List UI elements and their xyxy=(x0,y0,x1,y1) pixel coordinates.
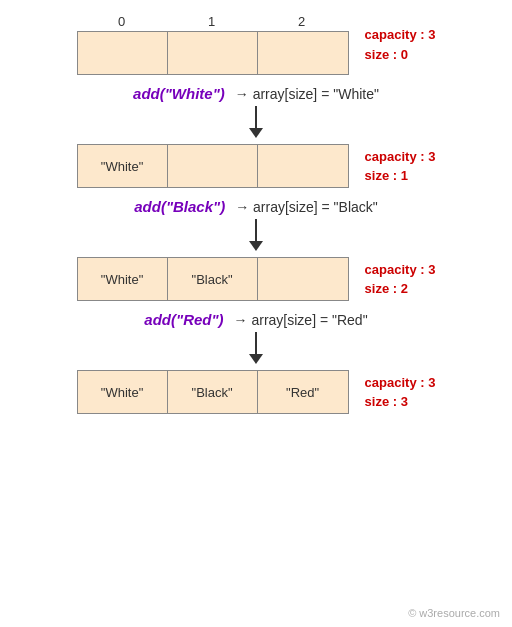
main-container: 0 1 2 capacity : 3 size : 0 add("White")… xyxy=(0,0,512,627)
cell-3-0: "White" xyxy=(78,371,168,413)
index-0-0: 0 xyxy=(77,14,167,29)
array-wrapper-2: "White" "Black" xyxy=(77,257,349,301)
info-block-3: capacity : 3 size : 3 xyxy=(365,373,436,412)
capacity-3: capacity : 3 xyxy=(365,373,436,393)
array-section-3: "White" "Black" "Red" capacity : 3 size … xyxy=(0,370,512,414)
op-label-2: add("Black") xyxy=(134,198,225,215)
arrow-down-1 xyxy=(0,106,512,138)
array-section-0: 0 1 2 capacity : 3 size : 0 xyxy=(0,14,512,75)
size-2: size : 2 xyxy=(365,279,436,299)
operation-section-2: add("Black") → array[size] = "Black" xyxy=(0,198,512,215)
op-result-3: → array[size] = "Red" xyxy=(234,312,368,328)
array-section-1: "White" capacity : 3 size : 1 xyxy=(0,144,512,188)
op-label-1: add("White") xyxy=(133,85,225,102)
cell-2-0: "White" xyxy=(78,258,168,300)
array-cells-2: "White" "Black" xyxy=(77,257,349,301)
array-wrapper-0: 0 1 2 xyxy=(77,14,349,75)
arrow-icon-3 xyxy=(249,332,263,364)
index-0-2: 2 xyxy=(257,14,347,29)
info-block-0: capacity : 3 size : 0 xyxy=(365,25,436,64)
cell-0-0 xyxy=(78,32,168,74)
array-wrapper-1: "White" xyxy=(77,144,349,188)
array-indices-0: 0 1 2 xyxy=(77,14,347,29)
cell-1-0: "White" xyxy=(78,145,168,187)
array-cells-0 xyxy=(77,31,349,75)
size-3: size : 3 xyxy=(365,392,436,412)
watermark: © w3resource.com xyxy=(408,607,500,619)
operation-section-1: add("White") → array[size] = "White" xyxy=(0,85,512,102)
array-cells-1: "White" xyxy=(77,144,349,188)
info-block-1: capacity : 3 size : 1 xyxy=(365,147,436,186)
cell-1-1 xyxy=(168,145,258,187)
arrow-down-2 xyxy=(0,219,512,251)
cell-3-1: "Black" xyxy=(168,371,258,413)
arrow-icon-2 xyxy=(249,219,263,251)
size-1: size : 1 xyxy=(365,166,436,186)
arrow-down-3 xyxy=(0,332,512,364)
array-section-2: "White" "Black" capacity : 3 size : 2 xyxy=(0,257,512,301)
cell-1-2 xyxy=(258,145,348,187)
capacity-1: capacity : 3 xyxy=(365,147,436,167)
op-result-2: → array[size] = "Black" xyxy=(235,199,378,215)
array-cells-3: "White" "Black" "Red" xyxy=(77,370,349,414)
cell-0-2 xyxy=(258,32,348,74)
info-block-2: capacity : 3 size : 2 xyxy=(365,260,436,299)
cell-2-1: "Black" xyxy=(168,258,258,300)
array-wrapper-3: "White" "Black" "Red" xyxy=(77,370,349,414)
capacity-2: capacity : 3 xyxy=(365,260,436,280)
op-label-3: add("Red") xyxy=(144,311,223,328)
cell-2-2 xyxy=(258,258,348,300)
capacity-0: capacity : 3 xyxy=(365,25,436,45)
operation-section-3: add("Red") → array[size] = "Red" xyxy=(0,311,512,328)
size-0: size : 0 xyxy=(365,45,436,65)
cell-3-2: "Red" xyxy=(258,371,348,413)
arrow-icon-1 xyxy=(249,106,263,138)
index-0-1: 1 xyxy=(167,14,257,29)
cell-0-1 xyxy=(168,32,258,74)
op-result-1: → array[size] = "White" xyxy=(235,86,379,102)
